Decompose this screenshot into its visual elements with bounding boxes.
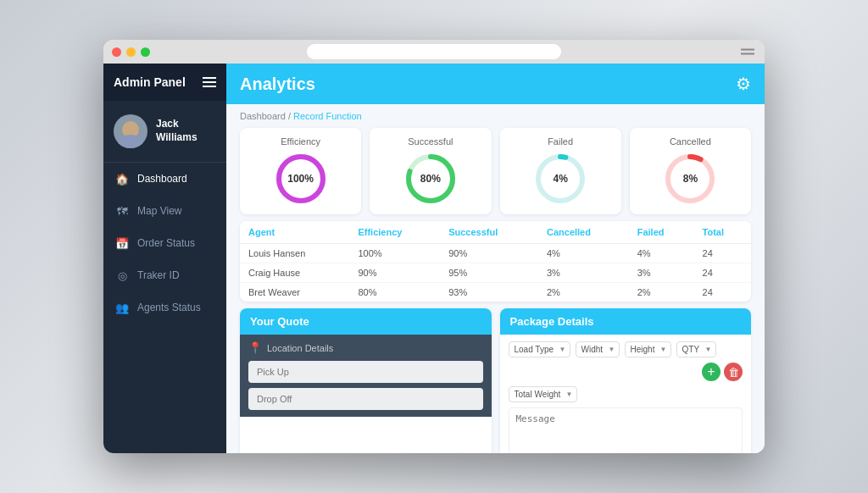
cell-failed: 2%	[629, 283, 694, 302]
map-icon: 🗺	[115, 204, 129, 218]
location-label: 📍 Location Details	[248, 341, 483, 354]
stat-label: Cancelled	[670, 136, 711, 147]
qty-filter[interactable]: QTY ▼	[676, 341, 716, 357]
calendar-icon: 📅	[115, 236, 129, 250]
quote-header: Your Quote	[240, 308, 492, 335]
total-weight-filter[interactable]: Total Weight ▼	[509, 386, 577, 402]
home-icon: 🏠	[115, 172, 129, 186]
height-select[interactable]: Height	[625, 341, 671, 357]
package-header: Package Details	[500, 308, 752, 335]
close-button[interactable]	[112, 47, 121, 57]
sidebar-item-agents-status[interactable]: 👥 Agents Status	[103, 291, 226, 324]
message-input[interactable]	[509, 407, 743, 453]
package-filters: Load Type ▼ Widht ▼	[509, 341, 743, 381]
bottom-row: Your Quote 📍 Location Details Package De…	[226, 308, 765, 453]
sidebar-item-tracker-id[interactable]: ◎ Traker ID	[103, 259, 226, 291]
cell-efficiency: 80%	[349, 283, 440, 302]
sidebar: Admin Panel Jack Williams 🏠 Dashboard	[103, 64, 226, 453]
table-row: Bret Weaver80%93%2%2%24	[240, 283, 751, 302]
address-bar	[307, 44, 561, 59]
load-type-filter[interactable]: Load Type ▼	[509, 341, 570, 357]
sidebar-header: Admin Panel	[103, 64, 226, 101]
gear-icon[interactable]: ⚙	[736, 74, 751, 94]
sidebar-item-label: Dashboard	[137, 173, 187, 185]
location-label-text: Location Details	[267, 343, 333, 353]
col-header-efficiency: Efficiency	[349, 221, 440, 244]
total-weight-select[interactable]: Total Weight	[509, 386, 577, 402]
stat-value: 80%	[420, 173, 441, 185]
cell-agent: Bret Weaver	[240, 283, 349, 302]
package-section: Package Details Load Type ▼	[500, 308, 752, 453]
cell-efficiency: 90%	[349, 263, 440, 283]
avatar	[114, 114, 147, 148]
quote-section: Your Quote 📍 Location Details	[240, 308, 492, 453]
load-type-select[interactable]: Load Type	[509, 341, 570, 357]
user-section: Jack Williams	[103, 101, 226, 163]
cell-failed: 3%	[629, 263, 694, 283]
cell-successful: 90%	[440, 244, 538, 263]
cell-agent: Louis Hansen	[240, 244, 349, 263]
stat-label: Efficiency	[281, 136, 320, 147]
stat-card-successful: Successful 80%	[370, 128, 491, 214]
add-button[interactable]: +	[702, 363, 721, 381]
sidebar-item-label: Traker ID	[137, 269, 180, 281]
stat-card-failed: Failed 4%	[500, 128, 621, 214]
stat-label: Failed	[548, 136, 573, 147]
titlebar	[103, 40, 765, 64]
cell-total: 24	[694, 283, 751, 302]
table-section: Agent Efficiency Successful Cancelled Fa…	[226, 221, 765, 308]
breadcrumb-current[interactable]: Record Function	[293, 111, 362, 121]
sidebar-item-map-view[interactable]: 🗺 Map View	[103, 195, 226, 227]
page-title: Analytics	[240, 75, 315, 94]
hamburger-icon[interactable]	[203, 77, 216, 87]
stat-value: 100%	[287, 173, 314, 185]
cell-efficiency: 100%	[349, 244, 440, 263]
mac-window: Admin Panel Jack Williams 🏠 Dashboard	[103, 40, 765, 453]
width-filter[interactable]: Widht ▼	[576, 341, 620, 357]
pin-icon: 📍	[248, 341, 262, 354]
width-select[interactable]: Widht	[576, 341, 620, 357]
height-filter[interactable]: Height ▼	[625, 341, 671, 357]
sidebar-title: Admin Panel	[114, 75, 186, 89]
donut-efficiency: 100%	[274, 152, 328, 206]
titlebar-menu[interactable]	[741, 49, 754, 55]
main-content: Analytics ⚙ Dashboard / Record Function …	[226, 64, 765, 453]
qty-select[interactable]: QTY	[676, 341, 716, 357]
package-actions: + 🗑	[702, 363, 743, 381]
donut-successful: 80%	[403, 152, 458, 206]
cell-successful: 95%	[440, 263, 538, 283]
cell-failed: 4%	[629, 244, 694, 263]
tracker-icon: ◎	[115, 269, 129, 282]
table-row: Craig Hause90%95%3%3%24	[240, 263, 751, 283]
agents-icon: 👥	[115, 301, 129, 314]
sidebar-item-label: Map View	[137, 205, 181, 217]
agents-table: Agent Efficiency Successful Cancelled Fa…	[240, 221, 751, 302]
breadcrumb: Dashboard / Record Function	[226, 104, 765, 125]
cell-cancelled: 2%	[538, 283, 629, 302]
breadcrumb-root: Dashboard	[240, 111, 286, 121]
package-body: Load Type ▼ Widht ▼	[500, 335, 752, 453]
app-body: Admin Panel Jack Williams 🏠 Dashboard	[103, 64, 765, 453]
stats-cards: Efficiency 100% Successful	[226, 125, 765, 221]
stat-label: Successful	[408, 136, 453, 147]
pickup-input[interactable]	[248, 361, 483, 383]
table-row: Louis Hansen100%90%4%4%24	[240, 244, 751, 263]
minimize-button[interactable]	[126, 47, 136, 57]
col-header-cancelled: Cancelled	[538, 221, 629, 244]
col-header-failed: Failed	[629, 221, 694, 244]
sidebar-item-label: Order Status	[137, 237, 195, 249]
delete-button[interactable]: 🗑	[724, 363, 743, 381]
cell-successful: 93%	[440, 283, 538, 302]
sidebar-item-order-status[interactable]: 📅 Order Status	[103, 227, 226, 259]
stat-card-cancelled: Cancelled 8%	[630, 128, 751, 214]
stat-value: 8%	[683, 173, 698, 185]
dropoff-input[interactable]	[248, 388, 483, 410]
main-header: Analytics ⚙	[226, 64, 765, 104]
cell-total: 24	[694, 244, 751, 263]
donut-failed: 4%	[533, 152, 587, 206]
maximize-button[interactable]	[141, 47, 150, 57]
sidebar-item-dashboard[interactable]: 🏠 Dashboard	[103, 163, 226, 195]
sidebar-item-label: Agents Status	[137, 302, 201, 313]
cell-cancelled: 4%	[538, 244, 629, 263]
col-header-agent: Agent	[240, 221, 349, 244]
